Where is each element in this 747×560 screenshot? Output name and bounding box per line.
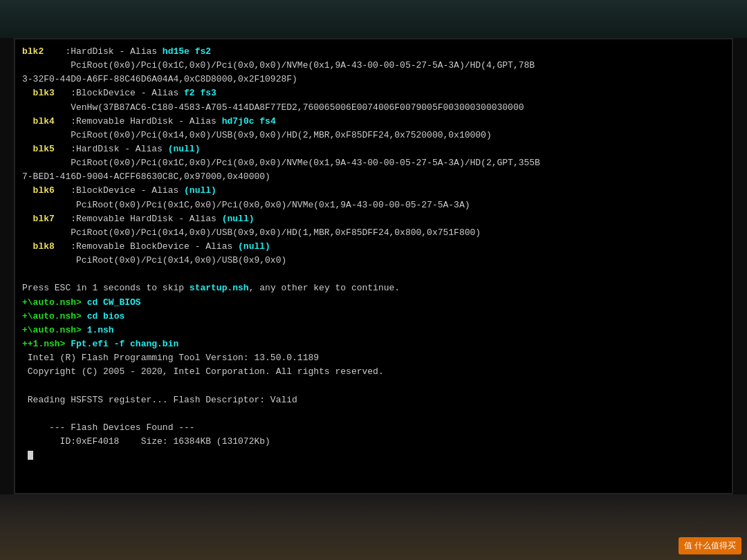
terminal-line: blk2 :HardDisk - Alias hd15e fs2 (22, 45, 725, 59)
terminal-line: blk6 :BlockDevice - Alias (null) (22, 184, 725, 198)
terminal-line: Intel (R) Flash Programming Tool Version… (22, 351, 725, 365)
terminal-line (22, 379, 725, 393)
terminal-line: --- Flash Devices Found --- (22, 421, 725, 435)
terminal-line (22, 449, 725, 463)
terminal-line: PciRoot(0x0)/Pci(0x1C,0x0)/Pci(0x0,0x0)/… (22, 198, 725, 212)
terminal-line: blk4 :Removable HardDisk - Alias hd7j0c … (22, 115, 725, 129)
terminal-line: ID:0xEF4018 Size: 16384KB (131072Kb) (22, 435, 725, 449)
top-bezel (0, 0, 747, 38)
monitor-screen: blk2 :HardDisk - Alias hd15e fs2 PciRoot… (14, 38, 733, 494)
desk-area (0, 494, 747, 560)
terminal-line: PciRoot(0x0)/Pci(0x14,0x0)/USB(0x9,0x0)/… (22, 129, 725, 142)
terminal-line: blk3 :BlockDevice - Alias f2 fs3 (22, 86, 725, 100)
terminal-line: +\auto.nsh> cd CW_BIOS (22, 296, 725, 310)
terminal: blk2 :HardDisk - Alias hd15e fs2 PciRoot… (15, 39, 732, 493)
terminal-line: +\auto.nsh> cd bios (22, 310, 725, 324)
terminal-line: PciRoot(0x0)/Pci(0x14,0x0)/USB(0x9,0x0) (22, 254, 725, 268)
terminal-line: +\auto.nsh> 1.nsh (22, 324, 725, 337)
watermark: 值 什么值得买 (679, 537, 741, 554)
terminal-line: 7-BED1-416D-9004-ACFF68630C8C,0x97000,0x… (22, 170, 725, 184)
terminal-line (22, 268, 725, 281)
terminal-line: Reading HSFSTS register... Flash Descrip… (22, 393, 725, 407)
terminal-line (22, 407, 725, 421)
terminal-line: blk5 :HardDisk - Alias (null) (22, 142, 725, 156)
terminal-line: PciRoot(0x0)/Pci(0x1C,0x0)/Pci(0x0,0x0)/… (22, 59, 725, 73)
terminal-line: blk8 :Removable BlockDevice - Alias (nul… (22, 240, 725, 254)
terminal-line: blk7 :Removable HardDisk - Alias (null) (22, 212, 725, 226)
terminal-line: Copyright (C) 2005 - 2020, Intel Corpora… (22, 365, 725, 379)
terminal-line: PciRoot(0x0)/Pci(0x14,0x0)/USB(0x9,0x0)/… (22, 226, 725, 240)
outer-frame: blk2 :HardDisk - Alias hd15e fs2 PciRoot… (0, 0, 747, 560)
terminal-line: PciRoot(0x0)/Pci(0x1C,0x0)/Pci(0x0,0x0)/… (22, 156, 725, 170)
terminal-line: ++1.nsh> Fpt.efi -f chang.bin (22, 337, 725, 351)
terminal-cursor (28, 451, 33, 460)
terminal-line: Press ESC in 1 seconds to skip startup.n… (22, 281, 725, 295)
terminal-line: 3-32F0-44D0-A6FF-88C46D6A04A4,0xC8D8000,… (22, 73, 725, 86)
terminal-line: VenHw(37B87AC6-C180-4583-A705-414DA8F77E… (22, 101, 725, 115)
